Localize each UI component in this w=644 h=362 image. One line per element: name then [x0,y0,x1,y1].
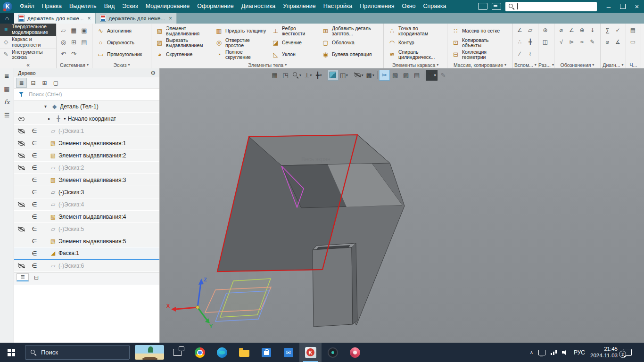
angle-dim-icon[interactable]: ∠ [567,25,576,35]
spiral-button[interactable]: ≋Спираль цилиндрическ... [386,49,445,60]
fillet-button[interactable]: ◕Скругление [154,49,212,60]
open-icon[interactable]: ▱ [59,25,68,35]
visibility-cell[interactable] [14,263,28,269]
menu-item[interactable]: Настройка [320,0,356,13]
shaded-display-button[interactable] [328,70,339,81]
section-chevron-icon[interactable]: ▾ [592,63,594,67]
menu-item[interactable]: Управление [279,0,320,13]
redo-icon[interactable]: ↷ [69,49,78,59]
start-button[interactable] [0,343,22,362]
mode-solid-modeling[interactable]: ■Твердотельное моделирование [0,24,56,36]
menu-item[interactable]: Приложения [356,0,398,13]
menu-item[interactable]: Справка [420,0,450,13]
print-icon[interactable]: ▣ [80,25,89,35]
section-chevron-icon[interactable]: ▾ [285,63,287,67]
ghost-mode-button[interactable]: ▨ [401,70,412,81]
weather-widget[interactable] [132,343,166,362]
mode-wireframe-surfaces[interactable]: ◇Каркас и поверхности [0,36,56,49]
section-chevron-icon[interactable]: ▾ [622,63,624,67]
leader-icon[interactable]: ↧ [588,25,597,35]
section-display-icon[interactable]: ◫ [541,37,550,47]
section-chevron-icon[interactable]: ▾ [437,63,438,67]
deviation-icon[interactable]: ∡ [613,37,622,47]
wave-icon[interactable]: ≈ [578,37,586,47]
paste-icon[interactable]: ▤ [80,37,89,47]
section-chevron-icon[interactable]: ▾ [552,63,554,67]
preview-icon[interactable]: ◎ [59,37,68,47]
mass-props-icon[interactable]: ⌀ [603,37,612,47]
tree-item[interactable]: ∈▧Элемент выдавливания:3 [14,174,159,186]
check-icon[interactable]: ✓ [613,25,622,35]
aux-line-icon[interactable]: ∕ [515,49,524,59]
menu-item[interactable]: Моделирование [142,0,194,13]
roughness-icon[interactable]: √ [557,37,566,47]
area-select-button[interactable]: ▢ [51,78,61,87]
tolerance-icon[interactable]: ⊳ [567,37,576,47]
tree-relations-button[interactable]: ⊞ [40,78,50,87]
tab-close-icon[interactable]: × [169,15,172,22]
section-chevron-icon[interactable]: ▾ [535,63,537,67]
mode-sketch-tools[interactable]: ✎Инструменты эскиза [0,49,56,61]
clock[interactable]: 21:45 2024-11-03 [590,346,618,359]
tree-filter-icon[interactable] [18,91,25,97]
menu-item[interactable]: Окно [398,0,419,13]
menu-item[interactable]: Файл [16,0,38,13]
mail-app[interactable] [277,343,299,362]
menu-item[interactable]: Эскиз [118,0,141,13]
undo-icon[interactable]: ↶ [59,49,68,59]
close-button[interactable]: × [630,0,644,13]
document-tab[interactable]: держатель для ноже...× [14,13,96,24]
report-icon[interactable]: ▭ [628,37,637,47]
components-tab-button[interactable]: ⊟ [30,273,42,281]
volume-tray-icon[interactable] [562,350,569,355]
minimize-button[interactable]: – [602,0,616,13]
menu-item[interactable]: Вид [100,0,119,13]
datum-icon[interactable]: ⊕ [578,25,586,35]
menu-item[interactable]: Правка [38,0,66,13]
kompas-app[interactable] [299,343,322,362]
extrude-button[interactable]: ▧Элемент выдавливания [154,25,212,37]
tree-item[interactable]: ∈▱(-)Эскиз:2 [14,162,159,174]
diameter-icon[interactable]: ⌀ [557,25,566,35]
visibility-cell[interactable] [14,153,28,158]
shell-button[interactable]: ▢Оболочка [320,37,381,49]
contour-button[interactable]: ◠Контур [386,37,445,49]
tab-close-icon[interactable]: × [88,15,91,22]
panels-menu-button[interactable]: ☰ [2,110,12,120]
notifications-icon[interactable]: 2 [623,349,632,356]
expander-icon[interactable]: ▾ [44,104,49,109]
tree-sequence-button[interactable]: ⊟ [28,78,38,87]
network-tray-icon[interactable] [551,350,557,355]
point-by-coords-button[interactable]: ∴Точка по координатам [386,25,445,37]
visibility-cell[interactable] [14,165,28,171]
home-tab-button[interactable]: ⌂ [0,13,14,24]
tree-item[interactable]: ∈▧Элемент выдавливания:5 [14,235,159,247]
rib-button[interactable]: ⊥Ребро жесткости [270,25,319,37]
thicken-button[interactable]: ▥Придать толщину [213,25,269,37]
parameters-panel-button[interactable]: ▦ [2,84,12,93]
hide-objects-button[interactable]: ▾ [353,70,365,81]
aux-plane-icon[interactable]: ▱ [526,25,535,35]
copy-objects-button[interactable]: ⊡Копировать объекты [450,37,510,49]
measure-icon[interactable]: ∑ [603,25,612,35]
boolean-button[interactable]: ◉Булева операция [320,49,381,60]
tree-item[interactable]: ∈▱(-)Эскиз:4 [14,198,159,211]
aux-cs-icon[interactable]: ╋ [526,37,535,47]
maximize-button[interactable] [616,0,630,13]
draft-button[interactable]: ◺Уклон [270,49,319,60]
rectangle-button[interactable]: ▭Прямоугольник [95,49,149,60]
add-part-stock-button[interactable]: ⊞Добавить деталь-заготов... [320,25,381,37]
simple-hole-button[interactable]: ◎Отверстие простое [213,37,269,49]
visibility-cell[interactable] [14,116,28,122]
visibility-cell[interactable] [14,140,28,146]
base-plane-button[interactable]: ◳ [280,70,291,81]
copy-icon[interactable]: ⊞ [69,37,78,47]
media-app[interactable] [344,343,366,362]
full-fillet-button[interactable]: ◔Полное скругление [213,49,269,60]
language-indicator[interactable]: РУС [574,349,585,356]
explode-icon[interactable]: ⊛ [541,25,550,35]
grid-button[interactable]: ▦ [269,70,280,81]
tree-item[interactable]: ∈▱(-)Эскиз:5 [14,223,159,235]
cut-extrude-button[interactable]: ▨Вырезать выдавливанием [154,37,212,49]
aux-point-icon[interactable]: ∴ [515,37,524,47]
